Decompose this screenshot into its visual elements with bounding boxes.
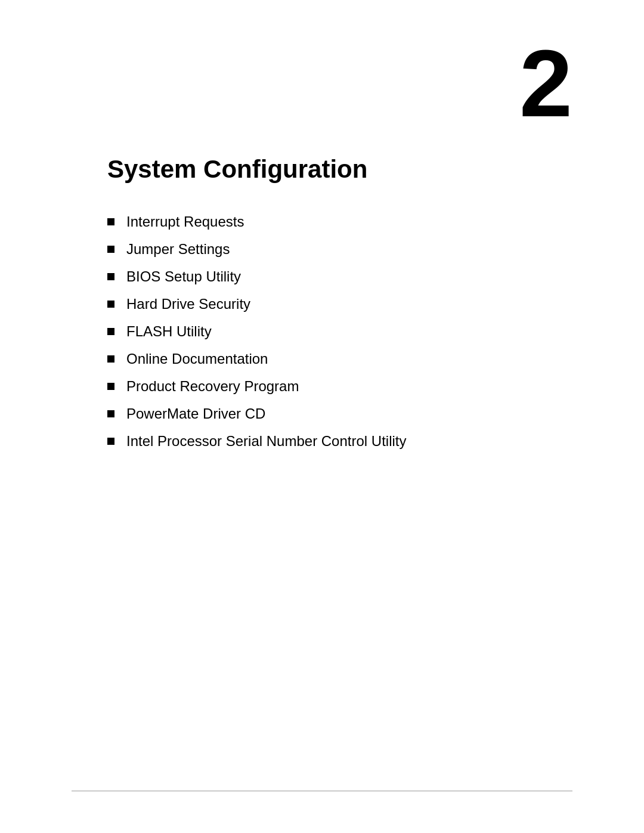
bullet-icon — [107, 410, 114, 417]
toc-item-label: PowerMate Driver CD — [126, 405, 265, 422]
bullet-icon — [107, 383, 114, 390]
bullet-icon — [107, 246, 114, 253]
toc-item-label: Interrupt Requests — [126, 213, 244, 230]
page-container: 2 System Configuration Interrupt Request… — [0, 0, 644, 833]
toc-item-label: Online Documentation — [126, 351, 268, 367]
toc-item-interrupt-requests: Interrupt Requests — [107, 213, 572, 230]
bullet-icon — [107, 328, 114, 335]
bullet-icon — [107, 273, 114, 280]
toc-list: Interrupt RequestsJumper SettingsBIOS Se… — [107, 213, 572, 450]
toc-item-label: Jumper Settings — [126, 241, 230, 258]
toc-item-label: FLASH Utility — [126, 323, 212, 340]
toc-item-flash-utility: FLASH Utility — [107, 323, 572, 340]
toc-item-powermate-driver-cd: PowerMate Driver CD — [107, 405, 572, 422]
bullet-icon — [107, 301, 114, 308]
bullet-icon — [107, 438, 114, 445]
toc-item-label: Intel Processor Serial Number Control Ut… — [126, 433, 407, 450]
toc-item-hard-drive-security: Hard Drive Security — [107, 296, 572, 312]
bullet-icon — [107, 218, 114, 225]
bullet-icon — [107, 355, 114, 363]
chapter-title: System Configuration — [107, 155, 572, 184]
toc-item-jumper-settings: Jumper Settings — [107, 241, 572, 258]
chapter-number: 2 — [519, 36, 572, 131]
toc-item-intel-processor-serial: Intel Processor Serial Number Control Ut… — [107, 433, 572, 450]
toc-item-online-documentation: Online Documentation — [107, 351, 572, 367]
footer-line — [72, 791, 572, 791]
toc-item-bios-setup-utility: BIOS Setup Utility — [107, 268, 572, 285]
toc-item-label: Hard Drive Security — [126, 296, 250, 312]
toc-item-label: Product Recovery Program — [126, 378, 299, 395]
toc-item-label: BIOS Setup Utility — [126, 268, 241, 285]
toc-item-product-recovery-program: Product Recovery Program — [107, 378, 572, 395]
